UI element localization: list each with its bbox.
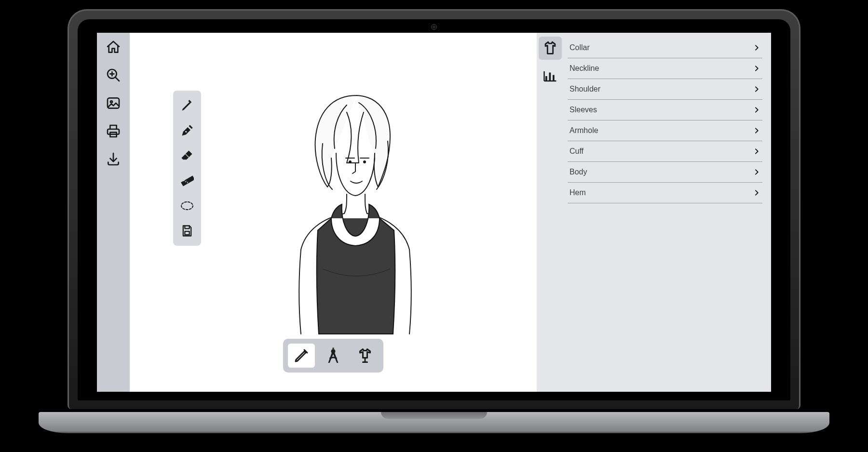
svg-rect-6 [108, 129, 119, 134]
svg-rect-20 [545, 76, 547, 81]
print-button[interactable] [104, 121, 123, 141]
accordion-body[interactable]: Body [568, 162, 762, 183]
eraser-tool[interactable] [179, 147, 195, 164]
compass-icon [325, 347, 342, 364]
svg-point-13 [181, 202, 193, 210]
chevron-right-icon [753, 44, 760, 52]
svg-point-15 [349, 161, 351, 163]
tab-garment[interactable] [539, 37, 562, 60]
save-icon [180, 224, 194, 238]
tshirt-icon [542, 40, 558, 56]
printer-icon [106, 123, 121, 139]
chevron-right-icon [753, 168, 760, 176]
accordion-label: Collar [570, 43, 590, 52]
accordion-label: Armhole [570, 126, 598, 135]
accordion-sleeves[interactable]: Sleeves [568, 100, 762, 120]
ruler-tool[interactable] [179, 173, 195, 189]
download-icon [106, 151, 121, 167]
laptop-base [39, 412, 829, 433]
eraser-icon [180, 149, 194, 162]
webcam [431, 24, 437, 30]
lasso-tool[interactable] [179, 198, 195, 214]
pencil-outline-icon [293, 347, 310, 364]
left-rail [97, 33, 130, 392]
save-tool[interactable] [179, 223, 195, 239]
right-tab-strip [537, 33, 564, 392]
accordion-label: Hem [570, 188, 586, 197]
screen-bezel: Collar Neckline Shoulder Sleeves [78, 19, 790, 400]
zoom-in-icon [106, 67, 121, 83]
chevron-right-icon [753, 127, 760, 134]
chevron-right-icon [753, 65, 760, 72]
accordion-label: Shoulder [570, 85, 600, 93]
pencil-icon [180, 99, 194, 112]
laptop-notch [381, 412, 487, 419]
accordion-hem[interactable]: Hem [568, 183, 762, 203]
floating-toolbar [173, 91, 201, 246]
mode-garment[interactable] [352, 344, 379, 368]
svg-point-8 [185, 131, 187, 133]
canvas-sketch [274, 86, 438, 336]
laptop-frame: Collar Neckline Shoulder Sleeves [39, 9, 829, 443]
svg-rect-9 [181, 175, 194, 186]
accordion-neckline[interactable]: Neckline [568, 58, 762, 79]
tab-stats[interactable] [539, 65, 562, 88]
pen-nib-icon [180, 124, 194, 137]
pen-tool[interactable] [179, 122, 195, 139]
download-button[interactable] [104, 149, 123, 169]
bar-chart-icon [543, 69, 557, 83]
chevron-right-icon [753, 106, 760, 114]
image-button[interactable] [104, 93, 123, 113]
canvas-area[interactable] [130, 33, 537, 392]
accordion-cuff[interactable]: Cuff [568, 141, 762, 162]
svg-rect-14 [185, 231, 189, 235]
ruler-icon [180, 174, 194, 187]
accordion-shoulder[interactable]: Shoulder [568, 79, 762, 100]
mannequin-icon [356, 347, 374, 364]
chevron-right-icon [753, 85, 760, 93]
home-icon [106, 40, 121, 55]
mode-sketch[interactable] [288, 344, 315, 368]
accordion-label: Sleeves [570, 106, 597, 114]
svg-line-3 [115, 77, 119, 81]
properties-panel: Collar Neckline Shoulder Sleeves [564, 33, 771, 392]
pencil-tool[interactable] [179, 97, 195, 114]
accordion-label: Neckline [570, 64, 599, 73]
mode-bar [283, 339, 383, 372]
app-screen: Collar Neckline Shoulder Sleeves [97, 33, 771, 392]
home-button[interactable] [104, 38, 123, 57]
picture-icon [106, 95, 121, 111]
chevron-right-icon [753, 189, 760, 197]
svg-rect-22 [553, 75, 555, 81]
laptop-lid: Collar Neckline Shoulder Sleeves [68, 9, 800, 409]
accordion-armhole[interactable]: Armhole [568, 120, 762, 141]
chevron-right-icon [753, 147, 760, 155]
mode-measure[interactable] [320, 344, 347, 368]
svg-rect-21 [549, 73, 551, 81]
accordion-label: Cuff [570, 147, 583, 156]
svg-point-16 [364, 161, 366, 163]
zoom-in-button[interactable] [104, 66, 123, 85]
accordion-collar[interactable]: Collar [568, 38, 762, 58]
accordion-label: Body [570, 168, 587, 176]
svg-point-5 [110, 101, 112, 103]
lasso-icon [180, 200, 194, 211]
